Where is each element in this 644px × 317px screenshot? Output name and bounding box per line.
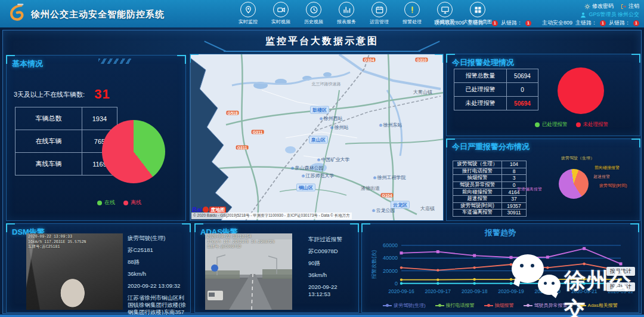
svg-text:2020-09-21: 2020-09-21	[571, 288, 597, 294]
legend-item[interactable]: 未处理报警	[576, 121, 609, 128]
table-row: 已处理报警0	[454, 83, 538, 97]
table-label-cell: 前向碰撞报警	[453, 189, 502, 195]
today-alarm-pie	[558, 67, 604, 114]
nav-item-realtime-monitor[interactable]: 实时监控	[234, 2, 262, 25]
system-icon	[437, 2, 453, 17]
nav-item-alarm-handle[interactable]: 报警处理	[398, 2, 426, 25]
photo-osd-line: 2020-09-22 13:09:33	[28, 235, 86, 240]
vehicle-pie-legend: 在线离线	[97, 199, 141, 207]
map-label-station: 徐州东站	[379, 122, 402, 128]
legend-dot-icon	[97, 201, 102, 205]
trend-stat-button[interactable]: 按日统计	[606, 282, 635, 291]
table-value-cell: 8	[502, 168, 526, 175]
adas-alert-panel: ADAS告警 2020-09-22 13:12:5437km/h 117.265…	[194, 223, 359, 313]
trend-legend-label: 疲劳驾驶(生理)	[394, 302, 425, 309]
current-user[interactable]: GPS管理员 徐州公交	[580, 11, 639, 19]
alert-detail-line: 2020-09-22 13:09:32	[128, 282, 187, 290]
vehicle-pie-chart	[102, 120, 165, 183]
table-label-cell: 抽烟报警	[453, 175, 502, 181]
map-label-place: 大黄山镇	[413, 89, 432, 96]
alert-detail-line: 江苏省徐州市铜山区利国镇徐钢集团行政楼(徐钢集团行政楼)东南357米	[128, 294, 187, 317]
map-label-station: 中国矿业大学	[317, 156, 350, 163]
table-row: 疲劳驾驶（生理）104	[453, 161, 526, 168]
offline-vehicles-value: 31	[94, 87, 110, 102]
trend-legend-item[interactable]: 抽烟报警	[484, 302, 514, 309]
panel-title: 今日报警处理情况	[452, 57, 514, 68]
photo-osd-line: 车牌号:苏C25181	[28, 245, 86, 250]
link-status-badge: 1	[633, 20, 639, 26]
legend-item[interactable]: 已处理报警	[535, 121, 568, 128]
table-label-cell: 疲劳驾驶（生理）	[453, 161, 502, 168]
table-row: 前向碰撞报警4164	[453, 189, 526, 196]
report-icon	[339, 2, 354, 17]
adas-alert-photo: 2020-09-22 13:12:5437km/h 117.265217E 34…	[205, 233, 292, 310]
logout-button[interactable]: 注销	[621, 2, 639, 10]
map-label-station: 江苏师范大学	[302, 173, 335, 179]
trend-legend-label: 驾驶员异常报警	[534, 302, 568, 309]
table-value-cell: 50694	[507, 97, 538, 110]
trend-legend-item[interactable]: 驾驶员异常报警	[524, 302, 568, 309]
alert-detail-line: 90路	[308, 260, 358, 267]
nav-item-realtime-video[interactable]: 实时视频	[267, 2, 295, 25]
grid-icon	[470, 2, 485, 17]
nav-item-history-video[interactable]: 历史视频	[300, 2, 327, 25]
alert-detail-line: 疲劳驾驶(生理)	[128, 235, 187, 242]
legend-label: 在线	[104, 199, 115, 207]
alert-detail-line: 88路	[128, 258, 187, 266]
map-label-road-badge: G310	[415, 58, 428, 62]
map-label-road-badge: G311	[252, 130, 264, 134]
trend-stat-button[interactable]: 按月统计	[606, 267, 635, 276]
dsm-alert-details: 疲劳驾驶(生理)苏C2518188路36km/h2020-09-22 13:09…	[128, 235, 187, 317]
svg-text:0: 0	[395, 281, 398, 287]
calendar-icon	[371, 2, 387, 17]
alert-detail-line: 36km/h	[308, 272, 358, 279]
map-label-district: 鼓楼区	[310, 106, 329, 114]
nav-item-report-service[interactable]: 报表服务	[333, 2, 360, 25]
legend-dot-icon	[576, 122, 581, 127]
trend-legend-item[interactable]: Adas相关报警	[577, 302, 618, 309]
nav-item-label: 实时视频	[271, 19, 290, 25]
trend-legend-label: Adas相关报警	[588, 302, 618, 309]
svg-text:2020-09-16: 2020-09-16	[388, 288, 414, 294]
today-alarm-table: 报警总数量50694已处理报警0未处理报警50694	[454, 69, 538, 110]
panel-title: 今日严重报警分布情况	[452, 142, 541, 151]
map-label-place: 潘塘街道	[361, 185, 380, 192]
table-value-cell: 1934	[82, 107, 117, 130]
map-label-road-note: 北三环路快速路	[312, 81, 341, 87]
table-row: 车道偏离报警30911	[453, 210, 526, 216]
nav-item-operation-mgmt[interactable]: 运营管理	[366, 2, 393, 25]
table-label-cell: 接打电话报警	[453, 168, 502, 175]
logout-icon	[621, 4, 627, 10]
svg-text:2020-09-20: 2020-09-20	[535, 288, 561, 294]
link-status-badge: 1	[600, 20, 606, 26]
photo-osd-line: 36km/h 117.2631E 35.5752N	[28, 240, 86, 245]
table-label-cell: 离线车辆	[16, 153, 82, 175]
alert-detail-line: 苏C00978D	[308, 248, 358, 255]
app-title: 徐州公交主动安全智能防控系统	[31, 9, 165, 20]
history-icon	[306, 2, 321, 17]
table-label-cell: 已处理报警	[454, 83, 507, 96]
table-value-cell: 3	[502, 175, 526, 181]
legend-dot-icon	[123, 201, 128, 205]
map-label-district: 铜山区	[296, 184, 315, 192]
table-row: 驾驶员异常报警0	[453, 182, 526, 189]
vehicle-table: 车辆总数1934在线车辆765离线车辆1169	[15, 107, 117, 176]
legend-item[interactable]: 离线	[123, 199, 141, 207]
page-title: 监控平台大数据示意图	[224, 33, 420, 52]
trend-legend-item[interactable]: 疲劳驾驶(生理)	[383, 302, 425, 309]
table-row: 车辆总数1934	[16, 107, 117, 130]
user-icon	[580, 12, 586, 18]
link-status-badge: 1	[525, 20, 531, 26]
severe-alarm-pie	[559, 169, 589, 199]
map-label-road-badge: G104	[363, 58, 375, 62]
trend-legend-item[interactable]: 接打电话报警	[435, 302, 475, 309]
nav-item-label: 运营管理	[370, 19, 389, 25]
change-password-button[interactable]: 修改密码	[584, 2, 614, 10]
severe-alarm-table: 疲劳驾驶（生理）104接打电话报警8抽烟报警3驾驶员异常报警0前向碰撞报警416…	[453, 161, 527, 217]
table-value-cell: 19357	[502, 203, 526, 210]
map-canvas[interactable]: 鼓楼区泉山区铜山区云龙区徐州西站徐州站徐州东站云龙公园中国矿业大学泉山森林公园江…	[190, 54, 444, 221]
table-label-cell: 车道偏离报警	[453, 210, 502, 216]
legend-item[interactable]: 在线	[97, 199, 115, 207]
alert-detail-line: 苏C25181	[128, 247, 187, 254]
map-label-station: 徐州西站	[320, 115, 343, 122]
